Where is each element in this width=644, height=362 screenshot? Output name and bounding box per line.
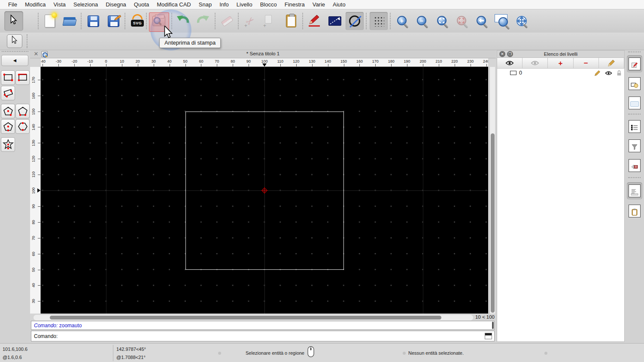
menu-file[interactable]: File (4, 1, 21, 8)
grid-toggle-button[interactable] (370, 12, 388, 30)
command-options-icon[interactable] (485, 333, 492, 339)
dock-widgets-strip (625, 50, 644, 343)
zoom-selected-button[interactable] (453, 12, 471, 30)
ruler-tick-label: 40 (31, 280, 36, 291)
zoom-previous-button[interactable] (473, 12, 491, 30)
zoom-window-button[interactable] (493, 12, 511, 30)
vertical-scrollbar-thumb[interactable] (491, 133, 495, 313)
menu-quota[interactable]: Quota (130, 1, 153, 8)
tool-rectangle-sides[interactable] (15, 70, 30, 85)
save-button[interactable] (84, 12, 102, 30)
menu-livello[interactable]: Livello (233, 1, 256, 8)
eraser-button[interactable] (218, 12, 236, 30)
ruler-tick-label: -30 (56, 59, 61, 63)
dock-entity-filter-button[interactable] (627, 137, 642, 154)
zoom-auto-button[interactable] (433, 12, 451, 30)
layer-color-icon (510, 71, 516, 75)
menu-info[interactable]: Info (216, 1, 233, 8)
tool-polygon-2-vertices[interactable] (15, 104, 30, 118)
svg-export-button[interactable]: SVG (128, 12, 146, 30)
eraser-icon (221, 15, 234, 27)
redo-button[interactable] (194, 12, 212, 30)
pointer-option-button[interactable] (7, 34, 22, 48)
dock-layer-list-button[interactable] (627, 55, 642, 72)
menu-finestra[interactable]: Finestra (281, 1, 309, 8)
layer-edit-icon[interactable] (594, 70, 601, 76)
edit-layer-button[interactable] (599, 58, 624, 68)
eye-closed-icon (531, 60, 539, 66)
cut-icon: ✂+ (246, 15, 255, 27)
ruler-tick-label: 170 (31, 74, 36, 85)
dock-exploded-view-button[interactable] (627, 157, 642, 174)
pointer-tool-button[interactable] (4, 11, 23, 31)
drawing-area[interactable] (41, 67, 488, 314)
layer-row-0[interactable]: 0 (497, 69, 624, 77)
ruler-tick-label: 70 (215, 59, 219, 63)
toolbar-separator (238, 13, 239, 29)
ruler-tick-label: 170 (372, 59, 379, 63)
undo-button[interactable] (174, 12, 192, 30)
menu-aiuto[interactable]: Aiuto (329, 1, 349, 8)
tool-rectangle-3-points[interactable] (1, 86, 15, 100)
library-window-icon (629, 97, 641, 109)
zoom-pan-button[interactable] (513, 12, 531, 30)
palette-drag-handle[interactable] (2, 51, 28, 54)
menu-vista[interactable]: Vista (49, 1, 70, 8)
show-all-layers-button[interactable] (497, 58, 522, 68)
horizontal-scrollbar-thumb[interactable] (50, 316, 441, 320)
ruler-tick-label: 40 (167, 59, 172, 63)
open-file-button[interactable] (61, 12, 79, 30)
ruler-position-marker (262, 63, 267, 66)
selection-box-button[interactable] (326, 12, 344, 30)
copy-button[interactable]: + (261, 12, 279, 30)
menu-blocco[interactable]: Blocco (256, 1, 281, 8)
cut-button[interactable]: ✂+ (241, 12, 259, 30)
add-layer-button[interactable]: + (548, 58, 573, 68)
remove-layer-button[interactable]: − (574, 58, 599, 68)
dock-drag-handle[interactable] (628, 51, 641, 54)
ruler-tick-label: 80 (31, 217, 36, 228)
dock-block-list-button[interactable] (627, 75, 642, 92)
dock-library-browser-button[interactable] (627, 94, 642, 112)
zoom-out-button[interactable]: − (413, 12, 431, 30)
grid-status-label: 10 < 100 (475, 314, 495, 320)
left-ruler: 17016015014013012011010090807060504030 (30, 67, 41, 314)
toolbar-separator (81, 13, 82, 29)
tool-polygon-inscribed[interactable] (15, 119, 30, 134)
ruler-tick-label: 50 (31, 264, 36, 275)
paste-icon (286, 15, 296, 27)
tool-polygon-center-corner[interactable] (1, 104, 15, 118)
tool-rectangle-2-corners[interactable] (1, 70, 15, 85)
paste-button[interactable] (282, 12, 300, 30)
new-document-button[interactable] (41, 12, 59, 30)
layer-lock-icon[interactable] (617, 70, 622, 76)
layer-list-window-icon (629, 57, 641, 70)
save-as-button[interactable] (104, 12, 122, 30)
layer-panel-header: ✕ ❐ Elenco dei livelli (497, 51, 624, 58)
ruler-tick-label: -10 (88, 59, 93, 63)
document-title: * Senza titolo 1 (30, 51, 496, 56)
command-input[interactable]: Comando: (31, 331, 495, 341)
tool-polygon-center-side[interactable] (1, 119, 15, 134)
pencil-icon (608, 59, 615, 67)
dock-command-line-button[interactable] (627, 182, 642, 199)
dock-command-options-button[interactable] (627, 118, 642, 135)
dock-clipboard-button[interactable] (627, 202, 642, 220)
vertical-scrollbar[interactable] (489, 67, 495, 314)
menu-modifica[interactable]: Modifica (21, 1, 49, 8)
history-scrollbar-thumb[interactable] (492, 322, 494, 329)
menu-snap[interactable]: Snap (195, 1, 216, 8)
pen-attributes-button[interactable] (306, 12, 324, 30)
circle-attributes-button[interactable] (346, 12, 364, 30)
menu-disegna[interactable]: Disegna (102, 1, 130, 8)
zoom-in-button[interactable]: + (393, 12, 411, 30)
layer-visibility-icon[interactable] (605, 71, 612, 75)
hide-all-layers-button[interactable] (522, 58, 548, 68)
palette-back-button[interactable]: ◄ (1, 55, 28, 66)
ruler-tick-label: 70 (31, 232, 36, 244)
tool-star[interactable] (1, 137, 15, 152)
menu-seleziona[interactable]: Seleziona (70, 1, 102, 8)
menu-varie[interactable]: Varie (309, 1, 329, 8)
menu-modifica-cad[interactable]: Modifica CAD (153, 1, 194, 8)
horizontal-scrollbar[interactable] (33, 315, 473, 320)
